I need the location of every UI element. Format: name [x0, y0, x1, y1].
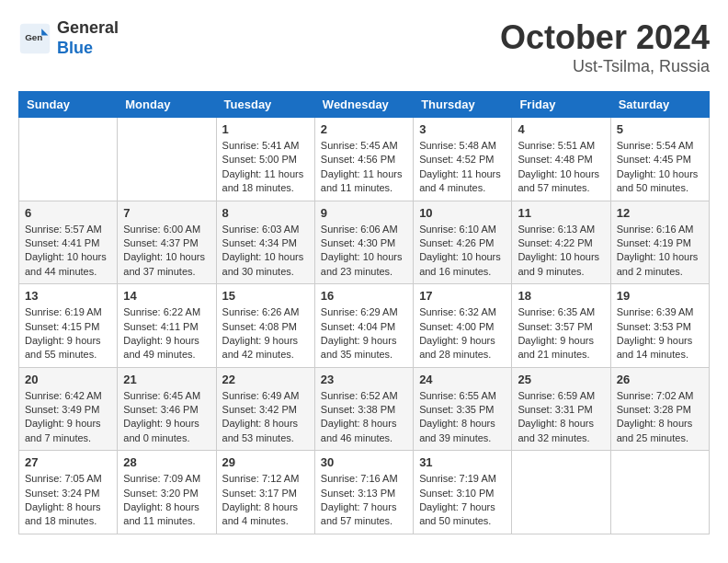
cell-content: Sunrise: 6:35 AM Sunset: 3:57 PM Dayligh… [518, 305, 604, 362]
column-header-saturday: Saturday [610, 92, 709, 118]
title-section: October 2024 Ust-Tsilma, Russia [500, 18, 710, 76]
column-header-sunday: Sunday [19, 92, 118, 118]
cell-content: Sunrise: 5:51 AM Sunset: 4:48 PM Dayligh… [518, 139, 604, 196]
day-number: 14 [123, 289, 210, 303]
calendar-cell [19, 118, 118, 201]
day-number: 30 [321, 455, 407, 469]
calendar-cell: 31Sunrise: 7:19 AM Sunset: 3:10 PM Dayli… [414, 451, 512, 534]
cell-content: Sunrise: 6:59 AM Sunset: 3:31 PM Dayligh… [518, 389, 604, 446]
calendar-week-row: 6Sunrise: 5:57 AM Sunset: 4:41 PM Daylig… [19, 201, 710, 284]
day-number: 16 [321, 289, 407, 303]
calendar-cell: 25Sunrise: 6:59 AM Sunset: 3:31 PM Dayli… [512, 367, 610, 451]
calendar-cell: 16Sunrise: 6:29 AM Sunset: 4:04 PM Dayli… [314, 284, 413, 368]
cell-content: Sunrise: 6:32 AM Sunset: 4:00 PM Dayligh… [419, 305, 506, 362]
cell-content: Sunrise: 6:45 AM Sunset: 3:46 PM Dayligh… [123, 389, 210, 446]
calendar-cell: 13Sunrise: 6:19 AM Sunset: 4:15 PM Dayli… [19, 284, 118, 368]
calendar-cell: 24Sunrise: 6:55 AM Sunset: 3:35 PM Dayli… [414, 367, 512, 451]
cell-content: Sunrise: 5:48 AM Sunset: 4:52 PM Dayligh… [419, 139, 506, 196]
column-header-thursday: Thursday [414, 92, 512, 118]
calendar-cell: 1Sunrise: 5:41 AM Sunset: 5:00 PM Daylig… [216, 118, 314, 201]
calendar-cell: 10Sunrise: 6:10 AM Sunset: 4:26 PM Dayli… [414, 201, 512, 284]
day-number: 31 [419, 455, 506, 469]
calendar-cell: 12Sunrise: 6:16 AM Sunset: 4:19 PM Dayli… [610, 201, 709, 284]
calendar-cell [118, 118, 216, 201]
calendar-cell: 3Sunrise: 5:48 AM Sunset: 4:52 PM Daylig… [414, 118, 512, 201]
calendar-week-row: 1Sunrise: 5:41 AM Sunset: 5:00 PM Daylig… [19, 118, 710, 201]
logo-general-text: General [57, 18, 119, 39]
calendar-cell: 27Sunrise: 7:05 AM Sunset: 3:24 PM Dayli… [19, 451, 118, 534]
calendar-cell: 23Sunrise: 6:52 AM Sunset: 3:38 PM Dayli… [314, 367, 413, 451]
column-header-tuesday: Tuesday [216, 92, 314, 118]
calendar-cell: 8Sunrise: 6:03 AM Sunset: 4:34 PM Daylig… [216, 201, 314, 284]
day-number: 7 [123, 206, 210, 220]
day-number: 20 [25, 373, 111, 386]
cell-content: Sunrise: 6:10 AM Sunset: 4:26 PM Dayligh… [419, 223, 506, 280]
calendar-cell: 20Sunrise: 6:42 AM Sunset: 3:49 PM Dayli… [19, 367, 118, 451]
cell-content: Sunrise: 6:55 AM Sunset: 3:35 PM Dayligh… [419, 389, 506, 446]
cell-content: Sunrise: 6:26 AM Sunset: 4:08 PM Dayligh… [222, 305, 309, 362]
cell-content: Sunrise: 6:00 AM Sunset: 4:37 PM Dayligh… [123, 223, 210, 280]
cell-content: Sunrise: 6:19 AM Sunset: 4:15 PM Dayligh… [25, 305, 111, 362]
calendar-cell: 18Sunrise: 6:35 AM Sunset: 3:57 PM Dayli… [512, 284, 610, 368]
calendar-cell: 11Sunrise: 6:13 AM Sunset: 4:22 PM Dayli… [512, 201, 610, 284]
cell-content: Sunrise: 6:13 AM Sunset: 4:22 PM Dayligh… [518, 223, 604, 280]
day-number: 29 [222, 455, 309, 469]
day-number: 4 [518, 122, 604, 136]
cell-content: Sunrise: 7:19 AM Sunset: 3:10 PM Dayligh… [419, 472, 506, 529]
day-number: 5 [617, 122, 703, 136]
day-number: 3 [419, 122, 506, 136]
calendar-cell: 4Sunrise: 5:51 AM Sunset: 4:48 PM Daylig… [512, 118, 610, 201]
calendar-cell: 21Sunrise: 6:45 AM Sunset: 3:46 PM Dayli… [118, 367, 216, 451]
calendar-cell: 9Sunrise: 6:06 AM Sunset: 4:30 PM Daylig… [314, 201, 413, 284]
cell-content: Sunrise: 5:54 AM Sunset: 4:45 PM Dayligh… [617, 139, 703, 196]
day-number: 11 [518, 206, 604, 220]
calendar-week-row: 20Sunrise: 6:42 AM Sunset: 3:49 PM Dayli… [19, 367, 710, 451]
cell-content: Sunrise: 7:09 AM Sunset: 3:20 PM Dayligh… [123, 472, 210, 529]
calendar-cell: 17Sunrise: 6:32 AM Sunset: 4:00 PM Dayli… [414, 284, 512, 368]
calendar-cell: 22Sunrise: 6:49 AM Sunset: 3:42 PM Dayli… [216, 367, 314, 451]
calendar-week-row: 27Sunrise: 7:05 AM Sunset: 3:24 PM Dayli… [19, 451, 710, 534]
logo-icon: Gen [18, 22, 51, 55]
cell-content: Sunrise: 7:02 AM Sunset: 3:28 PM Dayligh… [617, 389, 703, 446]
calendar-cell: 29Sunrise: 7:12 AM Sunset: 3:17 PM Dayli… [216, 451, 314, 534]
calendar-table: SundayMondayTuesdayWednesdayThursdayFrid… [18, 91, 710, 534]
day-number: 23 [321, 373, 407, 386]
cell-content: Sunrise: 5:41 AM Sunset: 5:00 PM Dayligh… [222, 139, 309, 196]
calendar-cell: 6Sunrise: 5:57 AM Sunset: 4:41 PM Daylig… [19, 201, 118, 284]
calendar-cell: 19Sunrise: 6:39 AM Sunset: 3:53 PM Dayli… [610, 284, 709, 368]
day-number: 8 [222, 206, 309, 220]
cell-content: Sunrise: 5:57 AM Sunset: 4:41 PM Dayligh… [25, 223, 111, 280]
cell-content: Sunrise: 6:16 AM Sunset: 4:19 PM Dayligh… [617, 223, 703, 280]
day-number: 22 [222, 373, 309, 386]
day-number: 9 [321, 206, 407, 220]
month-title: October 2024 [500, 18, 710, 57]
day-number: 10 [419, 206, 506, 220]
calendar-cell: 2Sunrise: 5:45 AM Sunset: 4:56 PM Daylig… [314, 118, 413, 201]
calendar-cell: 28Sunrise: 7:09 AM Sunset: 3:20 PM Dayli… [118, 451, 216, 534]
day-number: 2 [321, 122, 407, 136]
day-number: 13 [25, 289, 111, 303]
calendar-header-row: SundayMondayTuesdayWednesdayThursdayFrid… [19, 92, 710, 118]
location-title: Ust-Tsilma, Russia [500, 57, 710, 76]
day-number: 6 [25, 206, 111, 220]
day-number: 28 [123, 455, 210, 469]
cell-content: Sunrise: 5:45 AM Sunset: 4:56 PM Dayligh… [321, 139, 407, 196]
column-header-wednesday: Wednesday [314, 92, 413, 118]
day-number: 15 [222, 289, 309, 303]
day-number: 19 [617, 289, 703, 303]
calendar-cell: 15Sunrise: 6:26 AM Sunset: 4:08 PM Dayli… [216, 284, 314, 368]
day-number: 27 [25, 455, 111, 469]
calendar-cell: 14Sunrise: 6:22 AM Sunset: 4:11 PM Dayli… [118, 284, 216, 368]
day-number: 1 [222, 122, 309, 136]
calendar-cell: 5Sunrise: 5:54 AM Sunset: 4:45 PM Daylig… [610, 118, 709, 201]
column-header-friday: Friday [512, 92, 610, 118]
logo-blue-text: Blue [57, 39, 119, 59]
cell-content: Sunrise: 6:06 AM Sunset: 4:30 PM Dayligh… [321, 223, 407, 280]
svg-text:Gen: Gen [25, 31, 42, 41]
cell-content: Sunrise: 7:05 AM Sunset: 3:24 PM Dayligh… [25, 472, 111, 529]
day-number: 18 [518, 289, 604, 303]
cell-content: Sunrise: 6:42 AM Sunset: 3:49 PM Dayligh… [25, 389, 111, 446]
day-number: 21 [123, 373, 210, 386]
day-number: 12 [617, 206, 703, 220]
column-header-monday: Monday [118, 92, 216, 118]
